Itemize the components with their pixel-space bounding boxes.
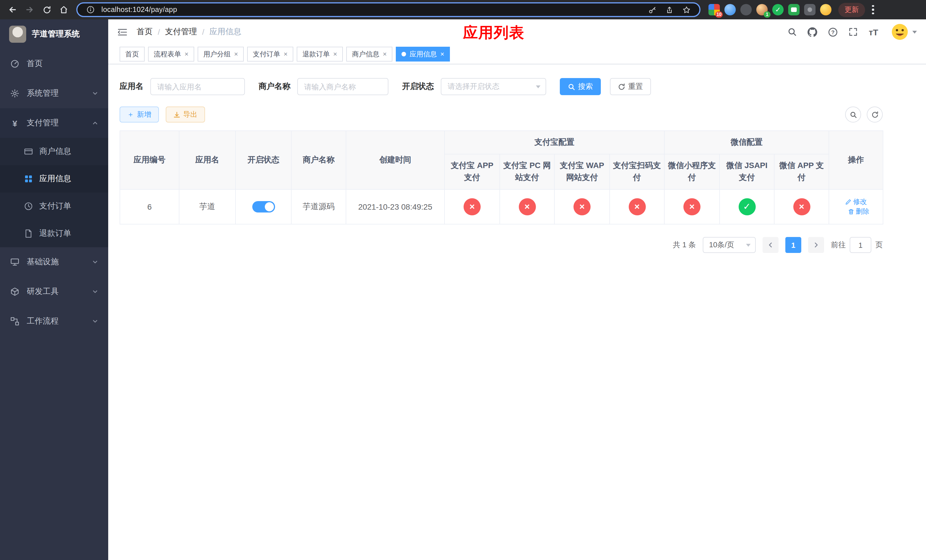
chrome-update-button[interactable]: 更新 [838, 3, 865, 17]
logo-avatar [9, 26, 26, 43]
sidebar: 芋道管理系统 首页 系统管理 ¥ 支付管理 [0, 20, 108, 560]
close-tab-icon[interactable]: × [440, 51, 444, 58]
app-name-label: 应用名 [120, 82, 144, 92]
url-bar[interactable]: localhost:1024/pay/app [76, 2, 701, 17]
status-toggle[interactable] [252, 201, 275, 212]
total-count: 共 1 条 [673, 240, 696, 250]
extension-dark-icon[interactable] [740, 4, 752, 15]
col-header-alipay-wap: 支付宝 WAP 网站支付 [554, 154, 610, 189]
page-1-button[interactable]: 1 [785, 237, 801, 253]
github-icon[interactable] [808, 27, 817, 37]
search-button[interactable]: 搜索 [560, 78, 601, 95]
app-title: 芋道管理系统 [32, 29, 80, 39]
group-header-alipay: 支付宝配置 [445, 131, 664, 154]
payment-submenu: 商户信息 应用信息 支付订单 退款订单 [0, 138, 108, 247]
header-search-icon[interactable] [788, 27, 797, 36]
toggle-search-button[interactable] [845, 106, 861, 123]
reload-button[interactable] [39, 2, 54, 18]
sidebar-item-system[interactable]: 系统管理 [0, 79, 108, 108]
close-tab-icon[interactable]: × [383, 51, 387, 58]
sidebar-item-payment[interactable]: ¥ 支付管理 [0, 108, 108, 138]
chevron-down-icon [92, 89, 98, 98]
app-name-input[interactable] [150, 78, 245, 95]
sidebar-item-infrastructure[interactable]: 基础设施 [0, 247, 108, 277]
top-navbar: 首页 支付管理 应用信息 应用列表 ? ᴛT [108, 20, 926, 44]
fullscreen-icon[interactable] [849, 27, 858, 36]
extension-drop-icon[interactable] [725, 4, 736, 15]
merchant-name-input[interactable] [297, 78, 388, 95]
forward-button[interactable] [22, 2, 38, 18]
cell-app-name: 芋道 [179, 189, 236, 224]
next-page-button[interactable] [808, 237, 824, 253]
extension-avatar-icon[interactable]: 1 [756, 4, 768, 15]
sidebar-item-payment-order[interactable]: 支付订单 [0, 192, 108, 220]
font-size-icon[interactable]: ᴛT [869, 27, 878, 37]
col-header-alipay-app: 支付宝 APP 支付 [445, 154, 500, 189]
extension-puzzle-icon[interactable] [804, 4, 816, 15]
channel-status-icon: × [573, 198, 590, 215]
goto-page-input[interactable] [850, 237, 872, 253]
close-tab-icon[interactable]: × [284, 51, 287, 58]
tab-app-info[interactable]: 应用信息× [396, 47, 450, 62]
dashboard-icon [10, 59, 20, 68]
delete-link[interactable]: 删除 [848, 207, 869, 216]
tab-payment-order[interactable]: 支付订单× [247, 47, 293, 62]
extension-smiley-icon[interactable] [820, 4, 831, 15]
trash-icon [848, 209, 854, 215]
extension-chat-icon[interactable] [788, 4, 800, 15]
tab-process-form[interactable]: 流程表单× [148, 47, 194, 62]
col-header-alipay-qr: 支付宝扫码支付 [610, 154, 664, 189]
site-info-icon[interactable] [84, 3, 97, 16]
pagination: 共 1 条 10条/页 1 前往 页 [120, 237, 883, 253]
tab-refund-order[interactable]: 退款订单× [297, 47, 343, 62]
channel-status-icon: × [464, 198, 481, 215]
user-avatar[interactable] [891, 23, 917, 41]
breadcrumb-payment[interactable]: 支付管理 [165, 27, 197, 37]
prev-page-button[interactable] [763, 237, 779, 253]
export-button[interactable]: 导出 [165, 106, 205, 123]
sidebar-item-workflow[interactable]: 工作流程 [0, 306, 108, 336]
edit-link[interactable]: 修改 [845, 197, 867, 207]
tab-merchant-info[interactable]: 商户信息× [346, 47, 392, 62]
collapse-sidebar-button[interactable] [117, 28, 127, 36]
channel-status-icon: × [519, 198, 536, 215]
close-tab-icon[interactable]: × [234, 51, 238, 58]
bookmark-star-icon[interactable] [680, 3, 693, 16]
page-size-select[interactable]: 10条/页 [703, 237, 756, 253]
chevron-down-icon [92, 257, 98, 266]
sidebar-item-devtools[interactable]: 研发工具 [0, 277, 108, 306]
tab-home[interactable]: 首页 [120, 47, 145, 62]
help-icon[interactable]: ? [828, 27, 838, 37]
edit-pencil-icon [845, 199, 851, 205]
gear-icon [10, 89, 20, 98]
password-key-icon[interactable] [646, 3, 658, 16]
status-select[interactable]: 请选择开启状态 [441, 78, 546, 95]
grid-icon [24, 174, 33, 183]
refresh-icon [618, 83, 625, 90]
reset-button[interactable]: 重置 [610, 78, 651, 95]
close-tab-icon[interactable]: × [185, 51, 189, 58]
breadcrumb-home[interactable]: 首页 [137, 27, 153, 37]
home-button[interactable] [56, 2, 72, 18]
sidebar-item-app-info[interactable]: 应用信息 [0, 165, 108, 192]
sidebar-item-refund-order[interactable]: 退款订单 [0, 220, 108, 247]
col-header-app-id: 应用编号 [120, 131, 179, 189]
extension-check-icon[interactable]: ✓ [772, 4, 784, 15]
extension-grid-icon[interactable]: 10 [708, 4, 720, 15]
share-icon[interactable] [663, 3, 675, 16]
close-tab-icon[interactable]: × [333, 51, 337, 58]
sidebar-item-home[interactable]: 首页 [0, 49, 108, 79]
back-button[interactable] [5, 2, 21, 18]
col-header-wx-app: 微信 APP 支付 [774, 154, 829, 189]
browser-menu-button[interactable] [872, 5, 874, 15]
add-button[interactable]: ＋ 新增 [120, 106, 159, 123]
search-form: 应用名 商户名称 开启状态 请选择开启状态 搜索 [120, 78, 915, 95]
refresh-table-button[interactable] [867, 106, 883, 123]
sidebar-item-merchant-info[interactable]: 商户信息 [0, 138, 108, 165]
tab-user-group[interactable]: 用户分组× [198, 47, 244, 62]
search-icon [568, 83, 575, 90]
extension-badge: 10 [715, 11, 723, 18]
table-toolbar: ＋ 新增 导出 [120, 106, 883, 123]
breadcrumb-separator [202, 27, 204, 36]
status-label: 开启状态 [402, 82, 434, 92]
